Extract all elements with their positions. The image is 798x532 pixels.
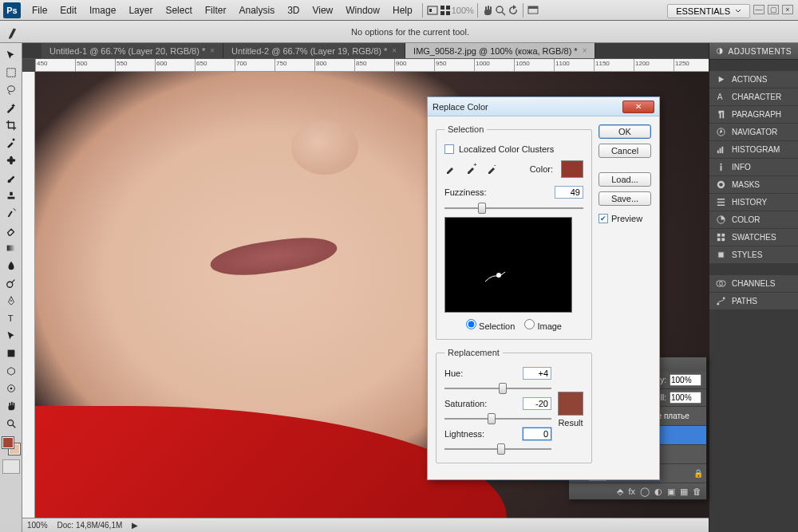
screen-mode-icon[interactable] — [527, 4, 539, 17]
lightness-slider[interactable] — [444, 443, 551, 455]
panel-actions[interactable]: ACTIONS — [709, 71, 798, 89]
selection-color-swatch[interactable] — [561, 160, 583, 178]
menu-image[interactable]: Image — [83, 2, 122, 18]
menu-filter[interactable]: Filter — [199, 2, 233, 18]
hand-tool-icon[interactable] — [481, 4, 494, 17]
eyedropper-tool[interactable] — [2, 134, 21, 152]
preview-checkbox[interactable]: ✔ — [598, 214, 608, 223]
bridge-icon[interactable] — [426, 4, 439, 17]
move-tool[interactable] — [2, 46, 21, 64]
group-icon[interactable]: ▣ — [667, 487, 675, 497]
panel-paragraph[interactable]: PARAGRAPH — [709, 106, 798, 124]
panel-color[interactable]: COLOR — [709, 211, 798, 229]
panel-styles[interactable]: STYLES — [709, 246, 798, 264]
panel-info[interactable]: INFO — [709, 159, 798, 176]
menu-analysis[interactable]: Analysis — [232, 2, 281, 18]
panel-navigator[interactable]: NAVIGATOR — [709, 124, 798, 141]
tab-close-icon[interactable]: × — [392, 46, 397, 55]
pen-tool[interactable] — [2, 292, 21, 309]
menu-file[interactable]: File — [26, 2, 53, 18]
zoom-tool[interactable] — [2, 415, 21, 432]
adjustments-panel-header[interactable]: ADJUSTMENTS — [709, 43, 798, 60]
eraser-tool[interactable] — [2, 222, 21, 239]
mask-icon[interactable]: ◯ — [640, 487, 650, 497]
menu-view[interactable]: View — [306, 2, 339, 18]
shape-tool[interactable] — [2, 345, 21, 362]
dodge-tool[interactable] — [2, 274, 21, 292]
doc-size[interactable]: Doc: 14,8M/46,1M — [57, 521, 123, 530]
tab-close-icon[interactable]: × — [583, 46, 587, 55]
healing-tool[interactable] — [2, 152, 21, 169]
dialog-titlebar[interactable]: Replace Color ✕ — [428, 97, 659, 116]
eyedropper-minus-icon[interactable]: - — [486, 162, 499, 176]
panel-swatches[interactable]: SWATCHES — [709, 229, 798, 246]
fuzziness-slider[interactable] — [444, 203, 583, 214]
3d-camera-tool[interactable] — [2, 380, 21, 397]
stamp-tool[interactable] — [2, 187, 21, 204]
link-layers-icon[interactable]: ⬘ — [617, 487, 623, 497]
saturation-slider[interactable] — [444, 413, 551, 424]
fuzziness-input[interactable] — [555, 186, 583, 199]
panel-character[interactable]: ACHARACTER — [709, 89, 798, 106]
hand-tool[interactable] — [2, 397, 21, 415]
history-brush-tool[interactable] — [2, 204, 21, 222]
radio-image[interactable]: Image — [524, 319, 562, 331]
fx-icon[interactable]: fx — [628, 487, 635, 496]
arrange-icon[interactable] — [439, 4, 452, 17]
crop-tool[interactable] — [2, 116, 21, 134]
magic-wand-tool[interactable] — [2, 99, 21, 116]
rotate-icon[interactable] — [507, 4, 519, 17]
zoom-dropdown[interactable]: 100% — [452, 4, 474, 17]
save-button[interactable]: Save... — [598, 191, 651, 206]
lasso-tool[interactable] — [2, 81, 21, 99]
menu-3d[interactable]: 3D — [281, 2, 306, 18]
opacity-input[interactable] — [670, 374, 701, 386]
cancel-button[interactable]: Cancel — [598, 144, 651, 158]
menu-window[interactable]: Window — [339, 2, 386, 18]
dialog-close-button[interactable]: ✕ — [622, 100, 654, 113]
3d-tool[interactable] — [2, 362, 21, 380]
document-tab[interactable]: Untitled-2 @ 66.7% (Layer 19, RGB/8) *× — [223, 43, 405, 58]
trash-icon[interactable]: 🗑 — [693, 487, 701, 496]
result-color-swatch[interactable] — [558, 392, 583, 416]
radio-selection[interactable]: Selection — [466, 319, 515, 331]
lightness-input[interactable] — [523, 428, 551, 440]
panel-masks[interactable]: MASKS — [709, 176, 798, 194]
ok-button[interactable]: OK — [598, 124, 651, 139]
quick-mask-toggle[interactable] — [2, 459, 20, 474]
document-tab-active[interactable]: IMG_9058-2.jpg @ 100% (кожа, RGB/8) *× — [405, 43, 595, 58]
menu-select[interactable]: Select — [159, 2, 198, 18]
panel-channels[interactable]: CHANNELS — [709, 275, 798, 293]
foreground-color-swatch[interactable] — [2, 437, 14, 448]
type-tool[interactable]: T — [2, 309, 21, 327]
document-tab[interactable]: Untitled-1 @ 66.7% (Layer 20, RGB/8) *× — [41, 43, 223, 58]
hue-input[interactable] — [523, 367, 551, 380]
eyedropper-icon[interactable] — [444, 162, 457, 176]
marquee-tool[interactable] — [2, 64, 21, 81]
menu-edit[interactable]: Edit — [53, 2, 83, 18]
color-swatches[interactable] — [2, 437, 20, 455]
fill-input[interactable] — [670, 392, 701, 404]
panel-histogram[interactable]: HISTOGRAM — [709, 141, 798, 159]
brush-tool[interactable] — [2, 169, 21, 187]
selection-preview[interactable] — [444, 217, 572, 313]
path-select-tool[interactable] — [2, 327, 21, 345]
hue-slider[interactable] — [444, 383, 551, 394]
maximize-button[interactable]: ▢ — [768, 5, 779, 14]
load-button[interactable]: Load... — [598, 172, 651, 187]
panel-history[interactable]: HISTORY — [709, 194, 798, 211]
zoom-tool-icon[interactable] — [494, 4, 507, 17]
menu-help[interactable]: Help — [386, 2, 419, 18]
current-tool-icon[interactable] — [6, 25, 24, 39]
saturation-input[interactable] — [523, 397, 551, 410]
menu-layer[interactable]: Layer — [122, 2, 159, 18]
tab-close-icon[interactable]: × — [210, 46, 215, 55]
blur-tool[interactable] — [2, 257, 21, 274]
minimize-button[interactable]: — — [753, 5, 764, 14]
close-button[interactable]: × — [782, 5, 793, 14]
zoom-level[interactable]: 100% — [27, 521, 48, 530]
eyedropper-plus-icon[interactable]: + — [465, 162, 478, 176]
gradient-tool[interactable] — [2, 239, 21, 257]
new-layer-icon[interactable]: ▦ — [680, 487, 688, 497]
localized-checkbox[interactable] — [444, 144, 454, 154]
